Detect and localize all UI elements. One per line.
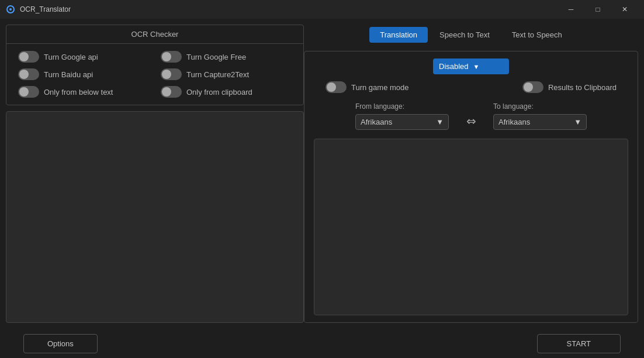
tab-bar: Translation Speech to Text Text to Speec… — [304, 25, 638, 45]
toggle-game-mode[interactable] — [326, 81, 347, 93]
toggle-row-baidu-api: Turn Baidu api — [18, 68, 149, 80]
close-button[interactable]: ✕ — [611, 0, 638, 19]
toggle-label-below-text: Only from below text — [44, 88, 113, 97]
translation-dropdown[interactable]: Disabled ▼ — [433, 58, 509, 74]
titlebar: OCR_Translator ─ □ ✕ — [0, 0, 644, 19]
left-text-area — [6, 111, 304, 323]
start-button[interactable]: START — [537, 334, 621, 353]
to-language-arrow-icon: ▼ — [574, 118, 581, 126]
toggle-row-google-api: Turn Google api — [18, 51, 149, 63]
from-language-group: From language: Afrikaans ▼ — [355, 102, 449, 130]
from-language-arrow-icon: ▼ — [436, 118, 444, 126]
ocr-checker-title: OCR Checker — [6, 25, 303, 44]
maximize-button[interactable]: □ — [584, 0, 611, 19]
to-language-group: To language: Afrikaans ▼ — [493, 102, 587, 130]
toggle-results-clipboard[interactable] — [522, 81, 543, 93]
minimize-button[interactable]: ─ — [558, 0, 584, 19]
bottom-bar: Options START — [0, 329, 644, 358]
from-language-select[interactable]: Afrikaans ▼ — [355, 114, 449, 130]
tab-text-to-speech[interactable]: Text to Speech — [501, 27, 573, 43]
toggle-row-below-text: Only from below text — [18, 86, 149, 98]
to-language-select[interactable]: Afrikaans ▼ — [493, 114, 587, 130]
toggle-label-results-clipboard: Results to Clipboard — [548, 83, 617, 92]
to-language-value: Afrikaans — [498, 118, 530, 126]
toggle-clipboard[interactable] — [161, 86, 182, 98]
from-language-label: From language: — [355, 102, 449, 111]
toggle-label-google-free: Turn Google Free — [186, 53, 246, 61]
app-icon — [6, 5, 15, 14]
toggle-google-api[interactable] — [18, 51, 39, 63]
toggle-row-results-clipboard: Results to Clipboard — [522, 81, 617, 93]
translation-dropdown-value: Disabled — [439, 62, 469, 71]
toggle-label-clipboard: Only from clipboard — [186, 88, 252, 97]
toggle-baidu-api[interactable] — [18, 68, 39, 80]
toggle-label-google-api: Turn Google api — [44, 53, 98, 61]
toggle-options-row: Turn game mode Results to Clipboard — [314, 81, 628, 93]
toggle-label-capture2text: Turn Capture2Text — [186, 70, 249, 79]
translation-top: Disabled ▼ — [314, 58, 628, 74]
app-title: OCR_Translator — [20, 5, 71, 13]
toggle-capture2text[interactable] — [161, 68, 182, 80]
translation-textarea[interactable] — [314, 139, 628, 315]
main-content: OCR Checker Turn Google api Turn Google … — [0, 19, 644, 329]
window-controls: ─ □ ✕ — [558, 0, 638, 19]
toggle-row-game-mode: Turn game mode — [326, 81, 409, 93]
toggle-label-game-mode: Turn game mode — [351, 83, 409, 92]
swap-languages-button[interactable]: ⇔ — [461, 111, 482, 132]
tab-speech-to-text[interactable]: Speech to Text — [429, 27, 500, 43]
language-row: From language: Afrikaans ▼ ⇔ To language… — [314, 100, 628, 132]
ocr-checker-box: OCR Checker Turn Google api Turn Google … — [6, 25, 304, 105]
toggle-row-clipboard: Only from clipboard — [161, 86, 292, 98]
to-language-label: To language: — [493, 102, 587, 111]
dropdown-arrow-icon: ▼ — [473, 63, 480, 70]
tab-translation[interactable]: Translation — [369, 27, 428, 43]
toggle-label-baidu-api: Turn Baidu api — [44, 70, 93, 79]
toggle-row-capture2text: Turn Capture2Text — [161, 68, 292, 80]
right-panel: Translation Speech to Text Text to Speec… — [304, 25, 638, 323]
svg-point-1 — [9, 8, 12, 11]
from-language-value: Afrikaans — [361, 118, 392, 126]
left-panel: OCR Checker Turn Google api Turn Google … — [6, 25, 304, 323]
toggle-row-google-free: Turn Google Free — [161, 51, 292, 63]
ocr-checker-body: Turn Google api Turn Google Free Turn Ba… — [6, 44, 303, 105]
toggle-google-free[interactable] — [161, 51, 182, 63]
right-content: Disabled ▼ Turn game mode Results to Cli… — [304, 51, 638, 323]
toggle-below-text[interactable] — [18, 86, 39, 98]
options-button[interactable]: Options — [23, 334, 98, 353]
